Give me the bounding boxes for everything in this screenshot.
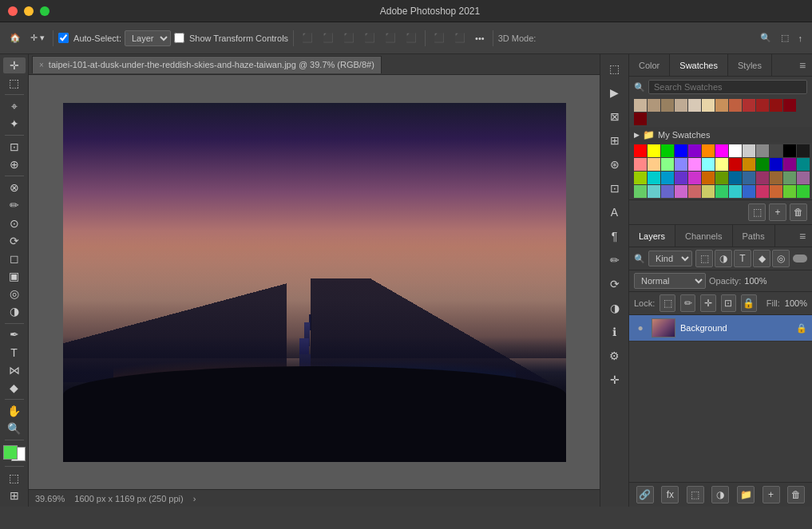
new-layer-button[interactable]: + [762,486,780,503]
swatch-item[interactable] [702,185,715,198]
more-button[interactable]: ••• [472,32,488,45]
channels-tab[interactable]: Channels [675,225,732,247]
filter-text-button[interactable]: T [734,250,751,267]
swatches-tab[interactable]: Swatches [670,54,728,76]
quick-mask-tool[interactable]: ⬚ [3,470,26,486]
filter-adjust-button[interactable]: ◑ [715,250,732,267]
new-group-button[interactable]: 📁 [737,486,755,503]
swatch-item[interactable] [648,158,660,171]
healing-tool[interactable]: ⊗ [3,180,26,195]
add-mask-button[interactable]: ⬚ [687,486,704,503]
shape-tool[interactable]: ◆ [3,380,26,396]
swatch-item[interactable] [661,172,674,184]
swatch-item[interactable] [797,172,810,184]
right-tool-para[interactable]: ¶ [604,225,626,247]
distribute-left-button[interactable]: ⬛ [430,31,448,45]
swatch-item[interactable] [729,185,742,198]
swatch-item[interactable] [729,144,742,157]
right-tool-1[interactable]: ⬚ [604,57,626,80]
swatch-item[interactable] [783,158,796,171]
layers-tab[interactable]: Layers [629,225,675,247]
swatch-item[interactable] [770,158,782,171]
marquee-tool[interactable]: ⬚ [3,75,26,91]
workspace-button[interactable]: ⬚ [778,31,792,45]
align-middle-button[interactable]: ⬛ [382,31,399,45]
swatch-item[interactable] [702,99,715,112]
swatch-item[interactable] [715,144,728,157]
layer-kind-select[interactable]: Kind [648,251,692,266]
zoom-tool[interactable]: 🔍 [3,420,26,436]
swatches-menu-button[interactable]: ≡ [793,54,812,76]
swatch-item[interactable] [702,144,715,157]
align-bottom-button[interactable]: ⬛ [402,31,420,45]
move-tool-button[interactable]: ✛ ▾ [27,31,48,45]
tab-close-icon[interactable]: × [39,61,44,69]
right-tool-info[interactable]: ℹ [604,321,626,343]
text-tool[interactable]: T [3,344,26,360]
layer-fx-button[interactable]: fx [661,486,679,503]
distribute-center-button[interactable]: ⬛ [451,31,469,45]
swatch-item[interactable] [783,144,796,157]
swatch-item[interactable] [675,144,687,157]
home-button[interactable]: 🏠 [6,31,24,45]
share-button[interactable]: ↑ [795,32,806,45]
right-tool-history[interactable]: ⟳ [604,273,626,295]
lock-artboard-button[interactable]: ⊡ [721,294,736,312]
swatches-search-input[interactable] [648,80,807,94]
right-tool-settings[interactable]: ⚙ [604,345,626,367]
history-tool[interactable]: ⟳ [3,233,26,249]
swatch-item[interactable] [756,185,769,198]
align-top-button[interactable]: ⬛ [361,31,378,45]
right-tool-color[interactable]: ◑ [604,297,626,319]
swatch-item[interactable] [756,172,769,184]
filter-smart-button[interactable]: ◎ [772,250,790,267]
swatch-item[interactable] [715,185,728,198]
right-tool-3d-4[interactable]: ⊡ [604,177,626,199]
swatch-item[interactable] [661,99,674,112]
new-swatch-button[interactable]: + [769,203,786,221]
crop-tool[interactable]: ⊡ [3,139,26,155]
swatch-item[interactable] [743,99,755,112]
swatch-item[interactable] [756,99,769,112]
right-tool-3d-1[interactable]: ⊠ [604,105,626,128]
foreground-color[interactable] [3,445,18,460]
lock-pixels-button[interactable]: ✏ [680,294,695,312]
swatch-item[interactable] [634,99,647,112]
swatch-item[interactable] [648,144,660,157]
swatch-item[interactable] [688,172,701,184]
swatch-item[interactable] [688,99,701,112]
move-tool[interactable]: ✛ [3,57,26,73]
swatch-item[interactable] [648,99,660,112]
dodge-tool[interactable]: ◑ [3,303,26,319]
swatch-item[interactable] [688,144,701,157]
swatch-item[interactable] [743,185,755,198]
screen-mode-tool[interactable]: ⊞ [3,488,26,503]
layers-menu-button[interactable]: ≡ [793,225,812,247]
swatch-item[interactable] [756,158,769,171]
align-center-button[interactable]: ⬛ [319,31,337,45]
clone-tool[interactable]: ⊙ [3,215,26,231]
right-tool-brush[interactable]: ✏ [604,249,626,271]
filter-pixel-button[interactable]: ⬚ [695,250,713,267]
eyedropper-tool[interactable]: ⊕ [3,156,26,172]
magic-wand-tool[interactable]: ✦ [3,116,26,132]
swatch-item[interactable] [634,158,647,171]
swatch-item[interactable] [675,172,687,184]
swatch-item[interactable] [715,172,728,184]
swatch-item[interactable] [675,185,687,198]
layer-item[interactable]: ● Background 🔒 [629,315,812,341]
color-tab[interactable]: Color [629,54,670,76]
hand-tool[interactable]: ✋ [3,403,26,419]
swatch-item[interactable] [743,158,755,171]
swatch-item[interactable] [743,172,755,184]
swatch-item[interactable] [715,99,728,112]
search-button[interactable]: 🔍 [757,31,774,45]
right-tool-extra[interactable]: ✛ [604,369,626,391]
swatch-item[interactable] [743,144,755,157]
minimize-button[interactable] [24,6,34,16]
swatch-item[interactable] [661,158,674,171]
swatch-item[interactable] [688,185,701,198]
swatch-item[interactable] [797,158,810,171]
swatch-item[interactable] [702,158,715,171]
close-button[interactable] [8,6,18,16]
